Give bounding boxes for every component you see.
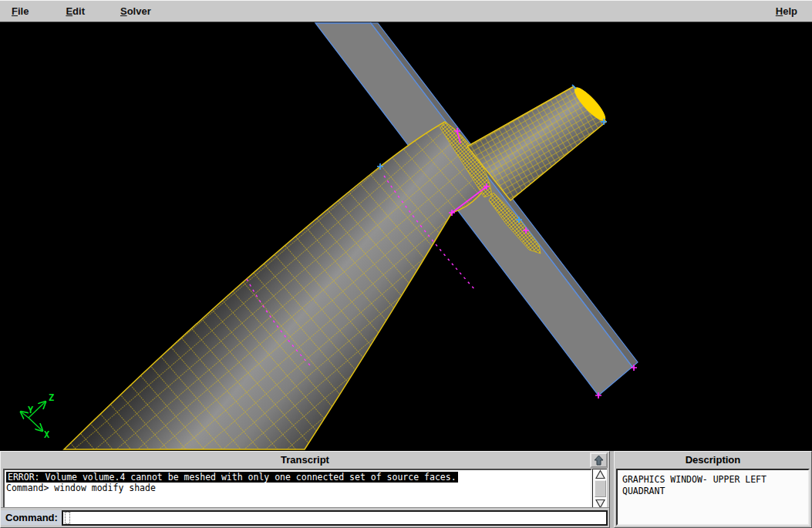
transcript-scrollbar[interactable]: [592, 469, 607, 509]
description-title: Description: [686, 454, 741, 466]
scroll-up-icon[interactable]: [595, 469, 606, 479]
transcript-raise-button[interactable]: [590, 452, 608, 468]
large-cylinder-mesh: [64, 122, 487, 449]
transcript-line-error: ERROR: Volume volume.4 cannot be meshed …: [6, 472, 458, 483]
transcript-title: Transcript: [281, 454, 329, 466]
text-caret: [65, 512, 70, 524]
transcript-line-command: Command> window modify shade: [6, 483, 590, 493]
bottom-section: Transcript ERROR: Volume volume.4 cannot…: [0, 451, 812, 528]
command-row: Command:: [1, 507, 609, 527]
description-titlebar: Description: [615, 452, 811, 469]
gambit-application-window: { "menubar": { "items": [ { "label": "Fi…: [0, 0, 812, 528]
description-text: GRAPHICS WINDOW- UPPER LEFT QUADRANT: [616, 469, 810, 526]
command-label: Command:: [1, 510, 62, 525]
axis-x-label: X: [44, 429, 50, 440]
menu-edit[interactable]: Edit: [63, 4, 87, 18]
axis-z-label: Z: [49, 392, 54, 403]
transcript-panel: Transcript ERROR: Volume volume.4 cannot…: [0, 451, 610, 528]
3d-scene: Z X Y: [0, 22, 812, 451]
scrollbar-thumb[interactable]: [595, 480, 606, 497]
up-arrow-icon: [593, 455, 605, 466]
transcript-text-area[interactable]: ERROR: Volume volume.4 cannot be meshed …: [3, 469, 592, 509]
graphics-viewport[interactable]: Z X Y: [0, 22, 812, 451]
axis-triad: Z X Y: [22, 392, 54, 440]
menu-help[interactable]: Help: [773, 4, 800, 18]
large-cylinder: [64, 122, 487, 449]
menu-solver[interactable]: Solver: [118, 4, 153, 18]
transcript-titlebar: Transcript: [1, 452, 609, 469]
menubar: File Edit Solver Help: [0, 0, 812, 22]
axis-y-label: Y: [28, 405, 34, 415]
command-input[interactable]: [62, 510, 608, 526]
transcript-body: ERROR: Volume volume.4 cannot be meshed …: [3, 469, 607, 509]
description-panel: Description GRAPHICS WINDOW- UPPER LEFT …: [614, 451, 812, 528]
menu-file[interactable]: File: [9, 4, 31, 18]
